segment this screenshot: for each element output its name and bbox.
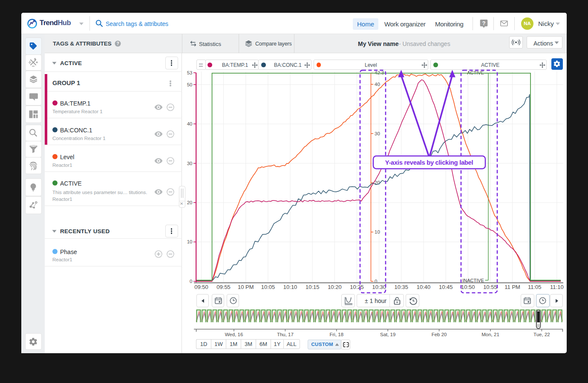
svg-text:10:30: 10:30 [372, 284, 386, 290]
svg-text:10:50: 10:50 [461, 284, 475, 290]
svg-text:0: 0 [190, 279, 192, 284]
svg-text:Mon, 21: Mon, 21 [481, 332, 499, 337]
svg-text:Y-axis reveals by clicking lab: Y-axis reveals by clicking label [385, 159, 473, 166]
svg-text:10:10: 10:10 [283, 284, 297, 290]
svg-text:10:55: 10:55 [483, 284, 497, 290]
svg-text:10:40: 10:40 [417, 284, 431, 290]
svg-text:10 PM: 10 PM [238, 284, 254, 290]
svg-text:30: 30 [187, 161, 193, 166]
svg-text:11:10: 11:10 [550, 284, 564, 290]
svg-text:53: 53 [187, 70, 193, 75]
svg-text:11:05: 11:05 [528, 284, 542, 290]
svg-text:20: 20 [187, 200, 193, 205]
svg-text:Thu, 17: Thu, 17 [277, 332, 294, 337]
svg-text:10:25: 10:25 [350, 284, 364, 290]
svg-text:Tue, 22: Tue, 22 [533, 332, 550, 337]
svg-text:10:35: 10:35 [395, 284, 409, 290]
svg-text:Feb 20: Feb 20 [432, 332, 447, 337]
svg-text:09:50: 09:50 [194, 284, 208, 290]
svg-text:10:05: 10:05 [261, 284, 275, 290]
svg-text:INACTIVE: INACTIVE [462, 278, 484, 283]
svg-text:40: 40 [375, 82, 380, 87]
svg-text:?: ? [116, 41, 119, 46]
svg-text:11 PM: 11 PM [504, 284, 520, 290]
svg-text:10:15: 10:15 [306, 284, 320, 290]
svg-text:09:55: 09:55 [216, 284, 231, 290]
svg-text:10:45: 10:45 [439, 284, 453, 290]
svg-text:50: 50 [187, 82, 193, 87]
svg-text:Fri, 18: Fri, 18 [330, 332, 344, 337]
svg-text:10:20: 10:20 [328, 284, 342, 290]
svg-text:40: 40 [187, 121, 193, 126]
svg-text:10: 10 [375, 229, 380, 234]
svg-text:?: ? [482, 20, 486, 26]
svg-text:30: 30 [375, 131, 380, 136]
svg-text:Sat, 19: Sat, 19 [380, 332, 395, 337]
svg-text:Wed, 16: Wed, 16 [225, 332, 243, 337]
svg-text:10: 10 [187, 239, 193, 244]
